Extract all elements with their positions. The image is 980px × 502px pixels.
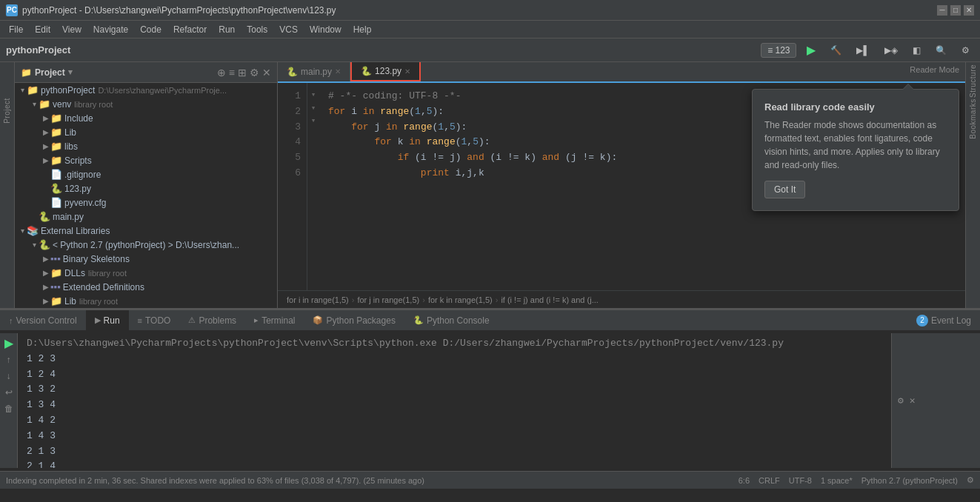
run-wrap-button[interactable]: ↩ (1, 386, 17, 399)
run-settings-icon[interactable]: ⚙ (898, 395, 904, 406)
bread-item-2[interactable]: for j in range(1,5) (357, 295, 419, 304)
run-button[interactable]: ▶ (802, 41, 820, 58)
bread-item-1[interactable]: for i in range(1,5) (287, 295, 349, 304)
tab-run[interactable]: ▶ Run (86, 310, 129, 331)
cursor-position[interactable]: 6:6 (739, 476, 750, 485)
tree-item-123py[interactable]: 🐍 123.py (15, 181, 277, 195)
menu-refactor[interactable]: Refactor (167, 21, 213, 39)
bread-item-4[interactable]: if (i != j) and (i != k) and (j... (501, 295, 598, 304)
tooltip-title: Read library code easily (764, 101, 947, 113)
bread-item-3[interactable]: for k in range(1,5) (428, 295, 493, 304)
vc-tab-label: Version Control (16, 315, 77, 326)
settings-icon[interactable]: ⚙ (967, 475, 974, 485)
tab-event-log[interactable]: 2 Event Log (907, 310, 980, 331)
mainpy-tab-close[interactable]: ✕ (335, 67, 341, 76)
menu-tools[interactable]: Tools (241, 21, 273, 39)
build-button[interactable]: 🔨 (826, 44, 846, 57)
coverage-button[interactable]: ▶◈ (880, 44, 902, 57)
tree-item-libs[interactable]: ▶ 📁 libs (15, 139, 277, 153)
got-it-button[interactable]: Got It (764, 181, 805, 198)
tree-item-extlibs[interactable]: ▾ 📚 External Libraries (15, 224, 277, 238)
tab-problems[interactable]: ⚠ Problems (179, 310, 245, 331)
run-scroll-up[interactable]: ↑ (2, 353, 16, 367)
run-output-4: 1 3 4 (27, 398, 882, 413)
run-scroll-down[interactable]: ↓ (2, 369, 16, 383)
sync-button[interactable]: ⊕ (217, 67, 226, 78)
tree-item-python27[interactable]: ▾ 🐍 < Python 2.7 (pythonProject) > D:\Us… (15, 238, 277, 252)
branch-selector[interactable]: ≡ 123 (761, 43, 796, 58)
structure-vert-tab[interactable]: Structure (969, 64, 977, 98)
bookmarks-vert-tab[interactable]: Bookmarks (969, 98, 977, 139)
gear-button[interactable]: ⚙ (250, 67, 259, 78)
menu-view[interactable]: View (56, 21, 87, 39)
indent-setting[interactable]: 1 space* (821, 476, 853, 485)
terminal-icon: ▸ (254, 315, 259, 325)
menu-edit[interactable]: Edit (29, 21, 56, 39)
tree-item-root[interactable]: ▾ 📁 pythonProject D:\Users\zhangwei\Pych… (15, 83, 277, 97)
maximize-button[interactable]: □ (950, 5, 961, 16)
tree-item-lib[interactable]: ▶ 📁 Lib (15, 125, 277, 139)
line-num-2: 2 (284, 104, 301, 120)
view-options-button[interactable]: ⊞ (238, 67, 247, 78)
fold-2[interactable]: ▾ (307, 89, 319, 102)
settings-button[interactable]: ⚙ (957, 44, 974, 57)
lib-root-label: Lib (64, 296, 76, 307)
line-separator[interactable]: CRLF (759, 476, 780, 485)
menu-help[interactable]: Help (347, 21, 378, 39)
run-close-icon[interactable]: ✕ (910, 395, 916, 406)
run-tab-label: Run (104, 315, 120, 326)
run-output-3: 1 3 2 (27, 382, 882, 398)
run-sidebar: ▶ ↑ ↓ ↩ 🗑 (0, 333, 18, 468)
window-controls[interactable]: ─ □ ✕ (937, 5, 974, 16)
tree-item-mainpy[interactable]: 🐍 main.py (15, 210, 277, 224)
dropdown-arrow[interactable]: ▾ (68, 67, 73, 77)
tree-item-include[interactable]: ▶ 📁 Include (15, 111, 277, 125)
reader-mode-button[interactable]: Reader Mode (910, 65, 959, 74)
project-vert-tab[interactable]: Project (3, 98, 11, 124)
tab-terminal[interactable]: ▸ Terminal (245, 310, 304, 331)
tab-python-packages[interactable]: 📦 Python Packages (304, 310, 404, 331)
fold-4[interactable]: ▾ (307, 115, 319, 128)
tab-123py[interactable]: 🐍 123.py ✕ (350, 62, 421, 81)
menu-window[interactable]: Window (304, 21, 347, 39)
profile-button[interactable]: ◧ (908, 44, 925, 57)
expand-arrow: ▾ (30, 241, 39, 249)
tree-item-venv[interactable]: ▾ 📁 venv library root (15, 97, 277, 111)
tree-item-gitignore[interactable]: 📄 .gitignore (15, 167, 277, 181)
fold-3[interactable]: ▾ (307, 102, 319, 116)
run-clear-button[interactable]: 🗑 (0, 402, 18, 415)
menu-run[interactable]: Run (213, 21, 241, 39)
mainpy-label: main.py (53, 212, 84, 222)
gitignore-label: .gitignore (64, 170, 101, 180)
tab-todo[interactable]: ≡ TODO (129, 310, 180, 331)
close-button[interactable]: ✕ (964, 5, 974, 16)
toolbar-right: ≡ 123 ▶ 🔨 ▶▌ ▶◈ ◧ 🔍 ⚙ (761, 41, 974, 58)
tree-item-extended-defs[interactable]: ▶ ▪▪▪ Extended Definitions (15, 280, 277, 294)
tree-item-scripts[interactable]: ▶ 📁 Scripts (15, 153, 277, 167)
menu-vcs[interactable]: VCS (273, 21, 304, 39)
reader-mode-tooltip: Read library code easily The Reader mode… (752, 89, 959, 211)
search-button[interactable]: 🔍 (931, 44, 951, 57)
tab-version-control[interactable]: ↑ Version Control (0, 310, 86, 331)
menu-file[interactable]: File (3, 21, 29, 39)
tab-python-console[interactable]: 🐍 Python Console (404, 310, 499, 331)
event-log-badge: 2 (916, 315, 928, 327)
terminal-tab-label: Terminal (261, 315, 295, 326)
tree-item-binary-skeletons[interactable]: ▶ ▪▪▪ Binary Skeletons (15, 252, 277, 266)
close-panel-button[interactable]: ✕ (262, 67, 271, 78)
menu-code[interactable]: Code (134, 21, 167, 39)
menu-bar: File Edit View Navigate Code Refactor Ru… (0, 21, 980, 39)
file-encoding[interactable]: UTF-8 (789, 476, 812, 485)
123py-tab-close[interactable]: ✕ (404, 67, 410, 76)
tree-item-pyvenv[interactable]: 📄 pyvenv.cfg (15, 195, 277, 210)
ext-def-icon: ▪▪▪ (50, 281, 61, 292)
debug-button[interactable]: ▶▌ (852, 44, 874, 57)
tree-item-dlls[interactable]: ▶ 📁 DLLs library root (15, 266, 277, 280)
collapse-button[interactable]: ≡ (229, 67, 235, 78)
tab-mainpy[interactable]: 🐍 main.py ✕ (278, 62, 350, 81)
python-interpreter[interactable]: Python 2.7 (pythonProject) (861, 476, 958, 485)
minimize-button[interactable]: ─ (937, 5, 947, 16)
tree-item-lib-root[interactable]: ▶ 📁 Lib library root (15, 294, 277, 308)
run-play-button[interactable]: ▶ (4, 336, 13, 350)
menu-navigate[interactable]: Navigate (87, 21, 134, 39)
